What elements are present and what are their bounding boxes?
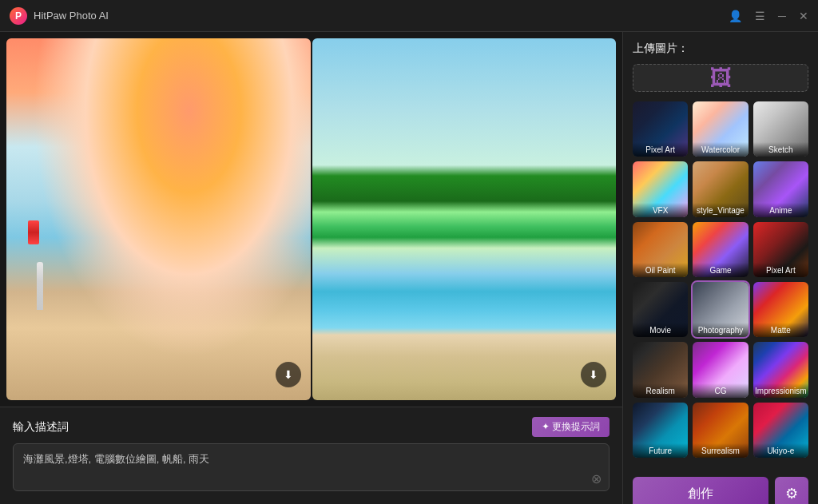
app-logo: P <box>10 7 27 25</box>
style-label-impressionism: Impressionism <box>753 383 808 398</box>
input-label-text: 輸入描述詞 <box>13 420 69 435</box>
style-label-realism: Realism <box>633 383 688 398</box>
style-label-vfx: VFX <box>633 203 688 217</box>
title-bar: P HitPaw Photo AI 👤 ☰ ─ ✕ <box>0 0 818 32</box>
right-panel: 上傳圖片： 🖼 Pixel ArtWatercolorSketchVFXstyl… <box>622 32 818 504</box>
style-label-oil-paint: Oil Paint <box>633 263 688 277</box>
upload-label: 上傳圖片： <box>633 42 808 56</box>
style-item-style-vintage[interactable]: style_Vintage <box>693 161 748 216</box>
app-title: HitPaw Photo AI <box>34 10 729 22</box>
style-item-cg[interactable]: CG <box>693 342 748 397</box>
profile-icon[interactable]: 👤 <box>729 10 742 22</box>
prompt-input[interactable]: 海灘風景,燈塔, 電腦數位繪圖, 帆船, 雨天 <box>13 443 610 491</box>
menu-icon[interactable]: ☰ <box>755 10 765 22</box>
style-item-anime[interactable]: Anime <box>753 161 808 216</box>
text-input-wrapper: 海灘風景,燈塔, 電腦數位繪圖, 帆船, 雨天 ⊗ <box>13 443 610 494</box>
style-label-pixel-art2: Pixel Art <box>753 263 808 277</box>
style-label-watercolor: Watercolor <box>693 142 748 157</box>
style-item-game[interactable]: Game <box>693 222 748 277</box>
input-area: 輸入描述詞 ✦ 更換提示詞 海灘風景,燈塔, 電腦數位繪圖, 帆船, 雨天 ⊗ <box>0 407 622 504</box>
style-item-movie[interactable]: Movie <box>633 282 688 337</box>
style-item-ukiyo-e[interactable]: Ukiyo-e <box>753 403 808 458</box>
style-label-movie: Movie <box>633 323 688 337</box>
style-item-realism[interactable]: Realism <box>633 342 688 397</box>
style-label-sketch: Sketch <box>753 142 808 157</box>
bottom-bar: 創作 ⚙ <box>633 469 808 504</box>
right-image: ⬇ <box>312 38 617 400</box>
upload-area[interactable]: 🖼 <box>633 64 808 92</box>
image-area: ⬇ ⬇ <box>0 32 622 407</box>
style-item-matte[interactable]: Matte <box>753 282 808 337</box>
style-item-impressionism[interactable]: Impressionism <box>753 342 808 397</box>
style-label-game: Game <box>693 263 748 277</box>
clear-input-button[interactable]: ⊗ <box>591 471 602 486</box>
style-item-photography[interactable]: Photography <box>693 282 748 337</box>
settings-icon: ⚙ <box>785 485 798 502</box>
style-label-surrealism: Surrealism <box>693 443 748 458</box>
upload-icon: 🖼 <box>709 65 732 91</box>
style-item-vfx[interactable]: VFX <box>633 161 688 216</box>
create-button[interactable]: 創作 <box>633 477 768 504</box>
style-label-future: Future <box>633 443 688 458</box>
style-label-matte: Matte <box>753 323 808 337</box>
left-panel: ⬇ ⬇ 輸入描述詞 ✦ 更換提示詞 海灘風景,燈塔, 電腦數位繪圖, 帆船, 雨… <box>0 32 622 504</box>
style-label-cg: CG <box>693 383 748 398</box>
style-label-ukiyo-e: Ukiyo-e <box>753 443 808 458</box>
style-label-pixel-art: Pixel Art <box>633 142 688 157</box>
refresh-prompt-button[interactable]: ✦ 更換提示詞 <box>532 417 610 437</box>
style-grid: Pixel ArtWatercolorSketchVFXstyle_Vintag… <box>633 101 808 458</box>
window-controls: 👤 ☰ ─ ✕ <box>729 10 808 22</box>
style-item-sketch[interactable]: Sketch <box>753 101 808 157</box>
style-label-anime: Anime <box>753 203 808 217</box>
minimize-button[interactable]: ─ <box>778 10 786 22</box>
main-layout: ⬇ ⬇ 輸入描述詞 ✦ 更換提示詞 海灘風景,燈塔, 電腦數位繪圖, 帆船, 雨… <box>0 32 818 504</box>
style-label-style-vintage: style_Vintage <box>693 203 748 217</box>
style-item-future[interactable]: Future <box>633 403 688 458</box>
settings-button[interactable]: ⚙ <box>775 477 808 504</box>
right-download-button[interactable]: ⬇ <box>581 362 606 387</box>
style-item-watercolor[interactable]: Watercolor <box>693 101 748 157</box>
style-item-pixel-art2[interactable]: Pixel Art <box>753 222 808 277</box>
style-item-surrealism[interactable]: Surrealism <box>693 403 748 458</box>
close-button[interactable]: ✕ <box>799 10 808 22</box>
left-download-button[interactable]: ⬇ <box>276 362 301 387</box>
style-item-pixel-art[interactable]: Pixel Art <box>633 101 688 157</box>
left-image: ⬇ <box>6 38 311 400</box>
style-item-oil-paint[interactable]: Oil Paint <box>633 222 688 277</box>
style-label-photography: Photography <box>693 323 748 337</box>
input-label-row: 輸入描述詞 ✦ 更換提示詞 <box>13 417 610 437</box>
